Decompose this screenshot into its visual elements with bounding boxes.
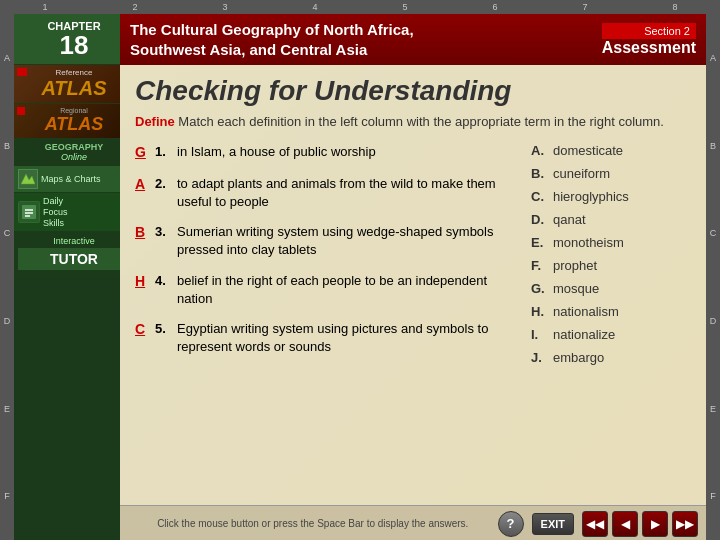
ruler-D-right: D [706,277,720,365]
ruler-num-5: 5 [360,0,450,14]
ruler-E-left: E [0,365,14,453]
term-C: C. hieroglyphics [531,189,691,204]
ruler-num-7: 7 [540,0,630,14]
q-text-5: Egyptian writing system using pictures a… [177,320,511,356]
reference-label: Reference [18,68,130,77]
q-number-1: 1. [155,143,177,163]
term-text-A: domesticate [553,143,623,158]
term-letter-A: A. [531,143,553,158]
ruler-C-right: C [706,189,720,277]
daily-icon [18,201,40,223]
term-D: D. qanat [531,212,691,227]
exit-button[interactable]: EXIT [532,513,574,535]
term-A: A. domesticate [531,143,691,158]
question-2: A 2. to adapt plants and animals from th… [135,175,511,211]
ruler-B-left: B [0,102,14,190]
main-content: The Cultural Geography of North Africa, … [120,14,706,540]
term-J: J. embargo [531,350,691,365]
answer-2: A [135,175,155,211]
term-text-H: nationalism [553,304,619,319]
term-letter-F: F. [531,258,553,273]
term-B: B. cuneiform [531,166,691,181]
term-letter-J: J. [531,350,553,365]
maps-charts-label: Maps & Charts [41,174,101,184]
section-assessment: Section 2 Assessment [602,23,696,57]
ruler-num-6: 6 [450,0,540,14]
left-side-ruler: A B C D E F [0,14,14,540]
q-number-4: 4. [155,272,177,308]
term-text-J: embargo [553,350,604,365]
term-text-E: monotheism [553,235,624,250]
q-number-3: 3. [155,223,177,259]
answer-4: H [135,272,155,308]
q-number-2: 2. [155,175,177,211]
bottom-hint: Click the mouse button or press the Spac… [128,518,498,529]
term-H: H. nationalism [531,304,691,319]
ruler-F-left: F [0,452,14,540]
last-button[interactable]: ▶▶ [672,511,698,537]
daily-focus-label: Daily Focus Skills [43,196,68,228]
next-button[interactable]: ▶ [642,511,668,537]
ruler-E-right: E [706,365,720,453]
top-ruler: 1 2 3 4 5 6 7 8 [0,0,720,14]
section-label: Section 2 [602,23,696,39]
regional-flag [17,107,25,115]
term-letter-B: B. [531,166,553,181]
ruler-C-left: C [0,189,14,277]
geography-label: GEOGRAPHY [18,142,130,152]
term-letter-C: C. [531,189,553,204]
term-text-I: nationalize [553,327,615,342]
term-F: F. prophet [531,258,691,273]
header-title: The Cultural Geography of North Africa, … [130,20,414,59]
question-4: H 4. belief in the right of each people … [135,272,511,308]
regional-label: Regional [18,107,130,114]
bottom-bar: Click the mouse button or press the Spac… [120,505,706,540]
assessment-label: Assessment [602,39,696,56]
q-text-3: Sumerian writing system using wedge-shap… [177,223,511,259]
columns: G 1. in Islam, a house of public worship… [135,143,691,373]
atlas-label-1: ATLAS [18,77,130,100]
question-5: C 5. Egyptian writing system using pictu… [135,320,511,356]
term-text-F: prophet [553,258,597,273]
atlas-label-2: ATLAS [18,114,130,135]
ruler-A-right: A [706,14,720,102]
help-button[interactable]: ? [498,511,524,537]
nav-buttons: ? EXIT ◀◀ ◀ ▶ ▶▶ [498,511,698,537]
ruler-num-1: 1 [0,0,90,14]
term-letter-I: I. [531,327,553,342]
geography-online-block[interactable]: GEOGRAPHY Online [14,139,134,166]
prev-button[interactable]: ◀ [612,511,638,537]
header-bar: The Cultural Geography of North Africa, … [120,14,706,65]
svg-rect-3 [22,205,36,219]
question-1: G 1. in Islam, a house of public worship [135,143,511,163]
left-sidebar: CHAPTER 18 Reference ATLAS Regional ATLA… [14,14,134,540]
term-text-C: hieroglyphics [553,189,629,204]
page-title: Checking for Understanding [135,75,691,107]
interactive-tutor-block[interactable]: Interactive TUTOR [14,232,134,275]
interactive-label: Interactive [18,236,130,246]
chapter-block[interactable]: CHAPTER 18 [14,14,134,65]
answer-5: C [135,320,155,356]
first-button[interactable]: ◀◀ [582,511,608,537]
term-letter-E: E. [531,235,553,250]
questions-column: G 1. in Islam, a house of public worship… [135,143,511,373]
ruler-num-8: 8 [630,0,720,14]
ruler-num-3: 3 [180,0,270,14]
reference-atlas-block[interactable]: Reference ATLAS [14,65,134,104]
daily-focus-block[interactable]: Daily Focus Skills [14,193,134,232]
q-text-4: belief in the right of each people to be… [177,272,511,308]
maps-charts-block[interactable]: Maps & Charts [14,166,134,193]
instruction-text: Match each definition in the left column… [178,114,664,129]
atlas-flag [17,68,27,76]
ruler-A-left: A [0,14,14,102]
terms-column: A. domesticate B. cuneiform C. hieroglyp… [531,143,691,373]
term-E: E. monotheism [531,235,691,250]
instruction: Define Match each definition in the left… [135,113,691,131]
regional-atlas-block[interactable]: Regional ATLAS [14,104,134,139]
term-text-B: cuneiform [553,166,610,181]
ruler-F-right: F [706,452,720,540]
term-text-G: mosque [553,281,599,296]
answer-3: B [135,223,155,259]
right-side-ruler: A B C D E F [706,14,720,540]
header-title-line2: Southwest Asia, and Central Asia [130,40,414,60]
